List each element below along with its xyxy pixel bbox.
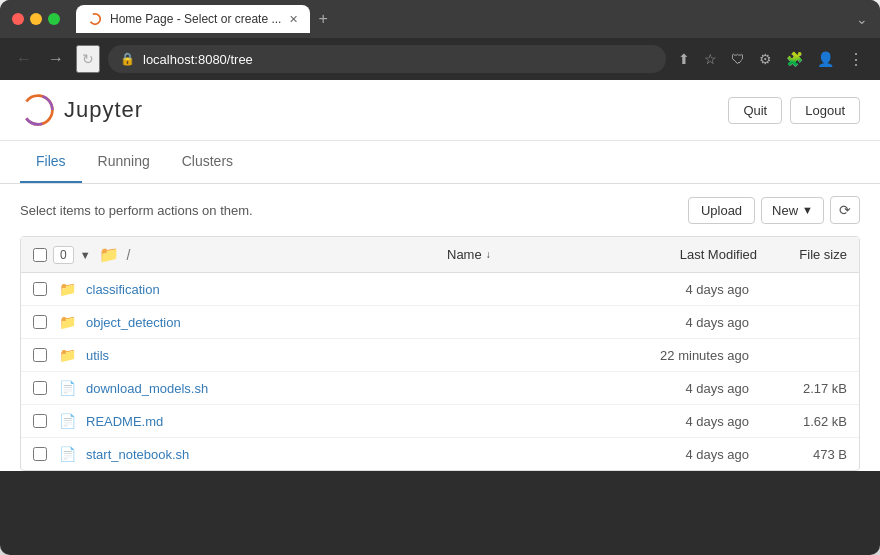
quit-button[interactable]: Quit: [728, 97, 782, 124]
folder-icon: 📁: [59, 314, 76, 330]
url-bar[interactable]: 🔒 localhost:8080/tree: [108, 45, 666, 73]
profile-icon[interactable]: 👤: [813, 47, 838, 71]
file-link-5[interactable]: start_notebook.sh: [86, 447, 189, 462]
browser-more-button[interactable]: ⌄: [856, 11, 868, 27]
file-icon: 📄: [59, 446, 76, 462]
browser-tab-active[interactable]: Home Page - Select or create ... ✕: [76, 5, 310, 33]
toolbar-actions: Upload New ▼ ⟳: [688, 196, 860, 224]
back-button[interactable]: ←: [12, 46, 36, 72]
col-name-header[interactable]: Name ↓: [447, 247, 607, 262]
file-name-3: download_models.sh: [86, 380, 591, 396]
lock-icon: 🔒: [120, 52, 135, 66]
col-sort-arrow-icon: ↓: [486, 249, 491, 260]
row-checkbox-1[interactable]: [33, 315, 47, 329]
file-name-5: start_notebook.sh: [86, 446, 591, 462]
forward-button[interactable]: →: [44, 46, 68, 72]
toolbar: Select items to perform actions on them.…: [0, 184, 880, 236]
file-link-1[interactable]: object_detection: [86, 315, 181, 330]
refresh-button[interactable]: ⟳: [830, 196, 860, 224]
row-checkbox-2[interactable]: [33, 348, 47, 362]
file-link-2[interactable]: utils: [86, 348, 109, 363]
breadcrumb-folder-icon: 📁: [99, 245, 119, 264]
new-button-label: New: [772, 203, 798, 218]
row-checkbox-0[interactable]: [33, 282, 47, 296]
toolbar-info-text: Select items to perform actions on them.: [20, 203, 253, 218]
table-row: 📁 utils 22 minutes ago: [21, 339, 859, 372]
tab-favicon-icon: [88, 12, 102, 26]
table-header: 0 ▼ 📁 / Name ↓ Last Modified File size: [21, 237, 859, 273]
file-name-2: utils: [86, 347, 591, 363]
table-row: 📁 object_detection 4 days ago: [21, 306, 859, 339]
file-name-4: README.md: [86, 413, 591, 429]
tab-running[interactable]: Running: [82, 141, 166, 183]
tab-title: Home Page - Select or create ...: [110, 12, 281, 26]
file-modified-0: 4 days ago: [599, 282, 749, 297]
select-dropdown-button[interactable]: ▼: [80, 249, 91, 261]
table-row: 📁 classification 4 days ago: [21, 273, 859, 306]
folder-icon: 📁: [59, 281, 76, 297]
folder-icon: 📁: [59, 347, 76, 363]
extension-puzzle-icon[interactable]: 🧩: [782, 47, 807, 71]
select-all-checkbox[interactable]: [33, 248, 47, 262]
file-size-3: 2.17 kB: [757, 381, 847, 396]
traffic-lights: [12, 13, 60, 25]
tab-clusters[interactable]: Clusters: [166, 141, 249, 183]
tab-close-button[interactable]: ✕: [289, 13, 298, 26]
file-modified-4: 4 days ago: [599, 414, 749, 429]
svg-point-0: [90, 14, 101, 25]
file-link-4[interactable]: README.md: [86, 414, 163, 429]
browser-actions: ⬆ ☆ 🛡 ⚙ 🧩 👤 ⋮: [674, 46, 868, 73]
share-icon[interactable]: ⬆: [674, 47, 694, 71]
bookmark-icon[interactable]: ☆: [700, 47, 721, 71]
reload-button[interactable]: ↻: [76, 45, 100, 73]
selected-count-badge: 0: [53, 246, 74, 264]
row-checkbox-5[interactable]: [33, 447, 47, 461]
jupyter-header: Jupyter Quit Logout: [0, 80, 880, 141]
new-dropdown-icon: ▼: [802, 204, 813, 216]
file-size-4: 1.62 kB: [757, 414, 847, 429]
file-modified-2: 22 minutes ago: [599, 348, 749, 363]
file-icon: 📄: [59, 380, 76, 396]
main-tabs: Files Running Clusters: [0, 141, 880, 184]
file-link-3[interactable]: download_models.sh: [86, 381, 208, 396]
jupyter-logo-text: Jupyter: [64, 97, 143, 123]
table-row: 📄 README.md 4 days ago 1.62 kB: [21, 405, 859, 438]
file-modified-5: 4 days ago: [599, 447, 749, 462]
new-button[interactable]: New ▼: [761, 197, 824, 224]
row-checkbox-4[interactable]: [33, 414, 47, 428]
jupyter-logo-icon: [20, 92, 56, 128]
logout-button[interactable]: Logout: [790, 97, 860, 124]
column-headers: Name ↓ Last Modified File size: [447, 247, 847, 262]
file-modified-1: 4 days ago: [599, 315, 749, 330]
col-name-label: Name: [447, 247, 482, 262]
select-all-checkbox-area: 0 ▼: [33, 246, 91, 264]
close-window-button[interactable]: [12, 13, 24, 25]
url-text: localhost:8080/tree: [143, 52, 253, 67]
file-size-5: 473 B: [757, 447, 847, 462]
address-bar: ← → ↻ 🔒 localhost:8080/tree ⬆ ☆ 🛡 ⚙ 🧩 👤 …: [0, 38, 880, 80]
file-name-0: classification: [86, 281, 591, 297]
upload-button[interactable]: Upload: [688, 197, 755, 224]
minimize-window-button[interactable]: [30, 13, 42, 25]
table-row: 📄 download_models.sh 4 days ago 2.17 kB: [21, 372, 859, 405]
file-rows-container: 📁 classification 4 days ago 📁 object_det…: [21, 273, 859, 470]
col-modified-header[interactable]: Last Modified: [607, 247, 757, 262]
tab-bar: Home Page - Select or create ... ✕ +: [76, 5, 848, 33]
file-icon: 📄: [59, 413, 76, 429]
extension-ud-icon[interactable]: 🛡: [727, 47, 749, 71]
browser-options-button[interactable]: ⋮: [844, 46, 868, 73]
tab-files[interactable]: Files: [20, 141, 82, 183]
col-size-header[interactable]: File size: [757, 247, 847, 262]
header-actions: Quit Logout: [728, 97, 860, 124]
extension-settings-icon[interactable]: ⚙: [755, 47, 776, 71]
jupyter-logo: Jupyter: [20, 92, 143, 128]
maximize-window-button[interactable]: [48, 13, 60, 25]
table-row: 📄 start_notebook.sh 4 days ago 473 B: [21, 438, 859, 470]
file-table: 0 ▼ 📁 / Name ↓ Last Modified File size 📁: [20, 236, 860, 471]
new-tab-button[interactable]: +: [314, 6, 331, 32]
file-name-1: object_detection: [86, 314, 591, 330]
file-modified-3: 4 days ago: [599, 381, 749, 396]
row-checkbox-3[interactable]: [33, 381, 47, 395]
file-link-0[interactable]: classification: [86, 282, 160, 297]
breadcrumb-slash: /: [127, 247, 131, 263]
